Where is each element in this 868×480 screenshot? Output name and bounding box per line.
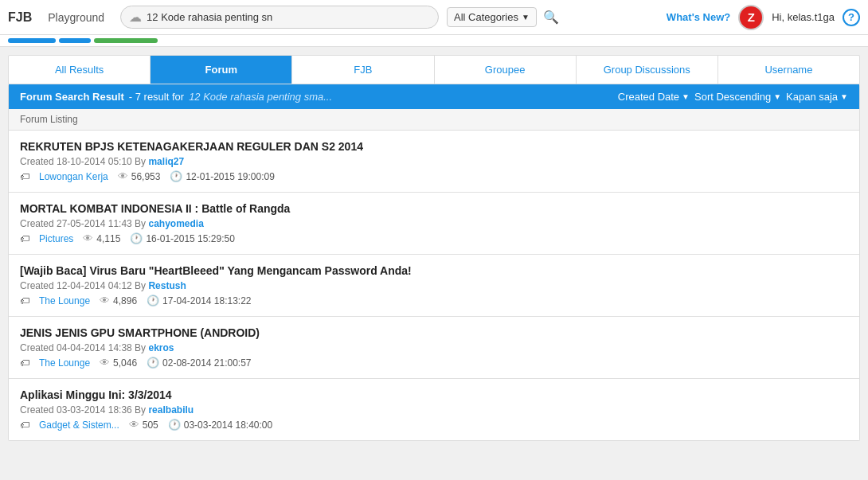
created-text: Created 27-05-2014 11:43 By: [20, 218, 146, 229]
category-dropdown[interactable]: All Categories ▼: [447, 7, 537, 27]
top-nav-right: What's New? Z Hi, kelas.t1ga ?: [667, 5, 860, 30]
tag-icon: 🏷: [20, 357, 29, 369]
tab-groupee[interactable]: Groupee: [435, 56, 577, 84]
forum-item-views: 👁 4,896: [100, 295, 137, 306]
tab-all-results[interactable]: All Results: [9, 56, 151, 84]
list-item: Aplikasi Minggu Ini: 3/3/2014 Created 03…: [9, 379, 859, 440]
forum-item-views: 👁 5,046: [100, 357, 137, 369]
created-text: Created 18-10-2014 05:10 By: [20, 156, 146, 167]
tab-group-discussions[interactable]: Group Discussions: [577, 56, 718, 84]
views-count: 56,953: [131, 171, 161, 182]
forum-item-author[interactable]: maliq27: [148, 156, 184, 167]
forum-item-tag[interactable]: Gadget & Sistem...: [39, 420, 119, 431]
user-greeting: Hi, kelas.t1ga: [772, 11, 835, 23]
top-navigation: FJB Playground ☁ All Categories ▼ 🔍 What…: [0, 0, 868, 35]
views-count: 4,896: [113, 295, 137, 306]
list-item: JENIS JENIS GPU SMARTPHONE (ANDROID) Cre…: [9, 317, 859, 379]
eye-icon: 👁: [118, 170, 128, 182]
eye-icon: 👁: [83, 232, 93, 244]
eye-icon: 👁: [129, 419, 139, 431]
content-wrapper: Forum Search Result - 7 result for 12 Ko…: [8, 84, 860, 441]
result-header-right: Created Date ▼ Sort Descending ▼ Kapan s…: [618, 91, 848, 103]
forum-item-tag[interactable]: The Lounge: [39, 357, 90, 369]
clock-icon: 🕐: [130, 232, 143, 244]
result-label: Forum Search Result: [20, 91, 124, 103]
search-button[interactable]: 🔍: [543, 10, 559, 25]
whats-new-link[interactable]: What's New?: [667, 11, 730, 23]
forum-item-author[interactable]: cahyomedia: [148, 218, 203, 229]
sort-date-dropdown[interactable]: Created Date ▼: [618, 91, 690, 103]
created-text: Created 04-04-2014 14:38 By: [20, 342, 146, 353]
last-date-value: 17-04-2014 18:13:22: [162, 295, 251, 306]
forum-item-tag[interactable]: Lowongan Kerja: [39, 171, 108, 182]
search-input[interactable]: [147, 11, 430, 23]
forum-item-title[interactable]: Aplikasi Minggu Ini: 3/3/2014: [20, 388, 848, 401]
clock-icon: 🕐: [147, 295, 159, 306]
avatar: Z: [738, 5, 764, 30]
sort-time-dropdown[interactable]: Kapan saja ▼: [786, 91, 848, 103]
forum-item-title[interactable]: [Wajib Baca] Virus Baru "HeartBleeed" Ya…: [20, 264, 848, 277]
forum-item-title[interactable]: REKRUTEN BPJS KETENAGAKERJAAN REGULER DA…: [20, 140, 848, 153]
tag-icon: 🏷: [20, 171, 29, 182]
eye-icon: 👁: [100, 357, 110, 369]
forum-item-last-date: 🕐 03-03-2014 18:40:00: [168, 419, 272, 431]
views-count: 505: [143, 420, 158, 431]
forum-item-author[interactable]: Restush: [148, 280, 186, 291]
sort-order-dropdown[interactable]: Sort Descending ▼: [694, 91, 781, 103]
result-header-left: Forum Search Result - 7 result for 12 Ko…: [20, 91, 332, 103]
sort-date-arrow-icon: ▼: [682, 92, 690, 101]
last-date-value: 12-01-2015 19:00:09: [186, 171, 274, 182]
cloud-icon: ☁: [129, 10, 142, 25]
sort-order-arrow-icon: ▼: [773, 92, 781, 101]
last-date-value: 02-08-2014 21:00:57: [162, 357, 251, 369]
playground-link[interactable]: Playground: [48, 11, 104, 24]
search-bar: ☁: [120, 6, 439, 29]
forum-item-last-date: 🕐 12-01-2015 19:00:09: [170, 170, 274, 182]
last-date-value: 16-01-2015 15:29:50: [146, 233, 234, 244]
tab-forum[interactable]: Forum: [151, 56, 292, 84]
forum-item-tag[interactable]: The Lounge: [39, 295, 90, 306]
eye-icon: 👁: [100, 295, 110, 306]
clock-icon: 🕐: [170, 170, 182, 182]
progress-bar-area: [0, 35, 868, 47]
progress-segment-3: [94, 38, 158, 43]
forum-item-views: 👁 4,115: [83, 232, 120, 244]
result-query: 12 Kode rahasia penting sma...: [189, 91, 332, 103]
forum-item-tags: 🏷 Pictures 👁 4,115 🕐 16-01-2015 15:29:50: [20, 232, 848, 244]
forum-item-title[interactable]: JENIS JENIS GPU SMARTPHONE (ANDROID): [20, 326, 848, 339]
forum-item-views: 👁 56,953: [118, 170, 161, 182]
forum-item-meta: Created 12-04-2014 04:12 By Restush: [20, 280, 848, 291]
forum-item-last-date: 🕐 17-04-2014 18:13:22: [147, 295, 251, 306]
forum-item-tag[interactable]: Pictures: [39, 233, 73, 244]
created-text: Created 03-03-2014 18:36 By: [20, 404, 146, 416]
views-count: 5,046: [113, 357, 137, 369]
forum-item-author[interactable]: ekros: [148, 342, 174, 353]
forum-items-list: REKRUTEN BPJS KETENAGAKERJAAN REGULER DA…: [9, 131, 859, 440]
views-count: 4,115: [96, 233, 120, 244]
brand-logo: FJB: [8, 10, 32, 25]
sort-date-label: Created Date: [618, 91, 679, 103]
list-item: [Wajib Baca] Virus Baru "HeartBleeed" Ya…: [9, 255, 859, 317]
forum-item-title[interactable]: MORTAL KOMBAT INDONESIA II : Battle of R…: [20, 202, 848, 215]
help-icon[interactable]: ?: [843, 9, 860, 26]
created-text: Created 12-04-2014 04:12 By: [20, 280, 146, 291]
forum-item-author[interactable]: realbabilu: [148, 404, 194, 416]
tag-icon: 🏷: [20, 233, 29, 244]
list-item: MORTAL KOMBAT INDONESIA II : Battle of R…: [9, 193, 859, 255]
progress-segment-1: [8, 38, 56, 43]
chevron-down-icon: ▼: [522, 13, 530, 21]
tabs-bar: All Results Forum FJB Groupee Group Disc…: [8, 55, 860, 84]
forum-listing-label: Forum Listing: [9, 109, 859, 131]
forum-item-meta: Created 27-05-2014 11:43 By cahyomedia: [20, 218, 848, 229]
list-item: REKRUTEN BPJS KETENAGAKERJAAN REGULER DA…: [9, 131, 859, 193]
main-content: All Results Forum FJB Groupee Group Disc…: [0, 55, 868, 441]
result-header: Forum Search Result - 7 result for 12 Ko…: [9, 84, 859, 109]
last-date-value: 03-03-2014 18:40:00: [184, 420, 272, 431]
tab-fjb[interactable]: FJB: [292, 56, 434, 84]
tab-username[interactable]: Username: [718, 56, 859, 84]
forum-item-meta: Created 04-04-2014 14:38 By ekros: [20, 342, 848, 353]
sort-time-arrow-icon: ▼: [840, 92, 848, 101]
clock-icon: 🕐: [147, 357, 159, 369]
sort-time-label: Kapan saja: [786, 91, 838, 103]
result-count-text: - 7 result for: [129, 91, 184, 103]
